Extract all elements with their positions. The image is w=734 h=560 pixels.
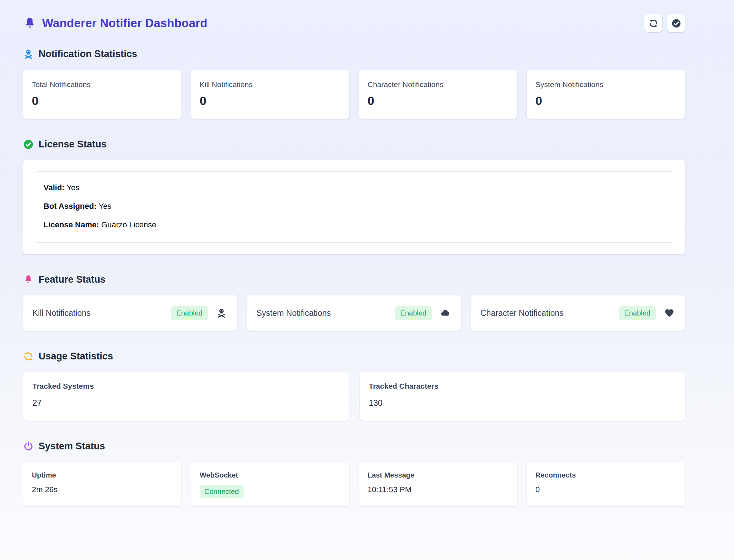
stat-card-character-notifications: Character Notifications 0 (359, 70, 517, 119)
stat-card-total-notifications: Total Notifications 0 (23, 70, 181, 119)
stat-label: System Notifications (535, 80, 676, 89)
license-valid-label: Valid: (44, 183, 65, 192)
stat-value: 0 (368, 94, 509, 108)
license-bot-value: Yes (96, 202, 111, 211)
system-card-reconnects: Reconnects 0 (527, 462, 685, 506)
stat-card-system-notifications: System Notifications 0 (527, 70, 685, 119)
stat-value: 0 (200, 94, 341, 108)
enabled-badge: Enabled (395, 306, 432, 320)
license-name-label: License Name: (44, 220, 99, 229)
check-circle-icon (671, 19, 681, 28)
license-details: Valid: Yes Bot Assigned: Yes License Nam… (34, 171, 674, 243)
system-label: Uptime (32, 471, 173, 479)
stat-value: 0 (535, 94, 676, 108)
feature-card-system-notifications: System Notifications Enabled (247, 295, 461, 331)
license-valid-value: Yes (65, 183, 80, 192)
skull-crossbones-icon (216, 308, 226, 318)
system-label: Last Message (368, 471, 509, 479)
usage-label: Tracked Characters (369, 382, 676, 390)
section-title: System Status (39, 441, 105, 452)
skull-crossbones-icon (23, 49, 34, 59)
system-value: 0 (535, 485, 676, 494)
enabled-badge: Enabled (619, 306, 656, 320)
section-title: Feature Status (39, 274, 106, 285)
section-notification-statistics: Notification Statistics Total Notificati… (23, 49, 685, 119)
license-card: Valid: Yes Bot Assigned: Yes License Nam… (23, 160, 685, 254)
check-button[interactable] (667, 14, 685, 32)
power-icon (23, 441, 34, 451)
license-name-value: Guarzo License (99, 220, 156, 229)
app-header: Wanderer Notifier Dashboard (23, 14, 685, 32)
feature-label: Kill Notifications (33, 308, 90, 318)
feature-label: System Notifications (256, 308, 331, 318)
section-title: License Status (39, 139, 107, 150)
refresh-button[interactable] (644, 14, 662, 32)
stat-value: 0 (32, 94, 173, 108)
stat-label: Character Notifications (368, 80, 509, 89)
cloud-icon (440, 308, 450, 318)
feature-label: Character Notifications (480, 308, 564, 318)
usage-label: Tracked Systems (33, 382, 340, 390)
section-feature-status: Feature Status Kill Notifications Enable… (23, 274, 685, 331)
stat-card-kill-notifications: Kill Notifications 0 (191, 70, 349, 119)
section-title: Usage Statistics (39, 351, 113, 362)
usage-value: 130 (369, 398, 676, 408)
usage-card-tracked-characters: Tracked Characters 130 (360, 372, 685, 421)
sync-icon (23, 351, 34, 362)
stat-label: Kill Notifications (200, 80, 341, 89)
bell-icon (23, 274, 34, 285)
feature-card-character-notifications: Character Notifications Enabled (471, 295, 685, 331)
section-license-status: License Status Valid: Yes Bot Assigned: … (23, 139, 685, 254)
usage-value: 27 (33, 398, 340, 408)
stat-label: Total Notifications (32, 80, 173, 89)
connected-badge: Connected (200, 485, 244, 498)
section-title: Notification Statistics (39, 49, 137, 60)
feature-card-kill-notifications: Kill Notifications Enabled (23, 295, 237, 331)
usage-card-tracked-systems: Tracked Systems 27 (23, 372, 349, 421)
system-card-websocket: WebSocket Connected (191, 462, 349, 506)
dashboard-page: Wanderer Notifier Dashboard Notification… (23, 0, 685, 506)
license-valid-line: Valid: Yes (44, 183, 665, 192)
refresh-icon (649, 19, 658, 28)
system-card-last-message: Last Message 10:11:53 PM (359, 462, 517, 506)
check-circle-icon (23, 139, 34, 150)
license-bot-line: Bot Assigned: Yes (44, 202, 665, 211)
system-card-uptime: Uptime 2m 26s (23, 462, 181, 506)
page-title: Wanderer Notifier Dashboard (42, 16, 208, 30)
system-label: WebSocket (200, 471, 341, 479)
bell-icon (23, 17, 36, 30)
section-usage-statistics: Usage Statistics Tracked Systems 27 Trac… (23, 351, 685, 421)
enabled-badge: Enabled (171, 306, 208, 320)
license-bot-label: Bot Assigned: (44, 202, 96, 211)
license-name-line: License Name: Guarzo License (44, 220, 665, 229)
heart-icon (664, 308, 674, 318)
system-label: Reconnects (535, 471, 676, 479)
section-system-status: System Status Uptime 2m 26s WebSocket Co… (23, 441, 685, 506)
system-value: 10:11:53 PM (368, 485, 509, 494)
system-value: 2m 26s (32, 485, 173, 494)
